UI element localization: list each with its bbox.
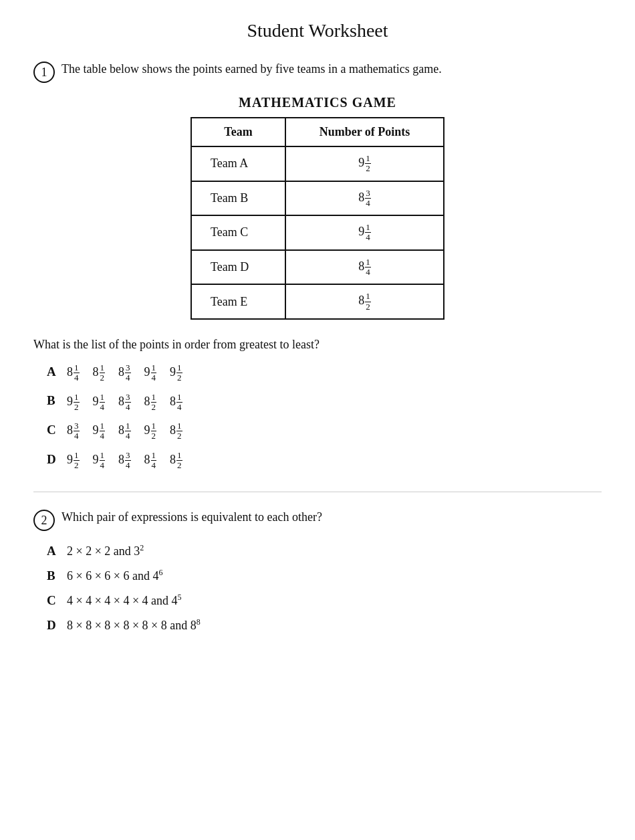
section-divider: [33, 492, 602, 492]
question-1-number: 1: [33, 62, 55, 83]
option-c-row: C 834 914 814 912 812: [47, 421, 602, 441]
table-title: MATHEMATICS GAME: [33, 95, 602, 110]
option-c-label: C: [47, 423, 61, 437]
q2-option-c-label: C: [47, 593, 61, 608]
table-row: Team E 812: [191, 284, 444, 319]
question-2: 2 Which pair of expressions is equivalen…: [33, 508, 602, 633]
sub-question-1: What is the list of the points in order …: [33, 336, 602, 354]
team-b-points: 834: [285, 181, 444, 216]
q2-option-b-label: B: [47, 568, 61, 583]
option-c-content: 834 914 814 912 812: [67, 421, 182, 441]
q2-option-d-content: 8 × 8 × 8 × 8 × 8 × 8 and 88: [67, 617, 201, 633]
table-row: Team A 912: [191, 146, 444, 181]
team-d-points: 814: [285, 250, 444, 285]
q2-option-a-row: A 2 × 2 × 2 and 32: [47, 543, 602, 558]
option-b-row: B 912 914 834 812 814: [47, 393, 602, 413]
q2-option-c-content: 4 × 4 × 4 × 4 × 4 and 45: [67, 593, 182, 608]
option-b-label: B: [47, 393, 61, 408]
option-b-content: 912 914 834 812 814: [67, 393, 182, 413]
team-a-points: 912: [285, 146, 444, 181]
question-2-number: 2: [33, 510, 55, 531]
q2-option-a-label: A: [47, 544, 61, 558]
option-a-row: A 814 812 834 914 912: [47, 363, 602, 383]
team-c-points: 914: [285, 215, 444, 250]
q2-option-d-label: D: [47, 618, 61, 633]
answer-options-q1: A 814 812 834 914 912 B 912 914 834 812 …: [47, 363, 602, 470]
team-c-name: Team C: [191, 215, 285, 250]
q2-option-b-content: 6 × 6 × 6 × 6 and 46: [67, 568, 162, 583]
col-points: Number of Points: [285, 118, 444, 146]
question-1-intro: The table below shows the points earned …: [61, 60, 442, 78]
q2-option-a-content: 2 × 2 × 2 and 32: [67, 543, 144, 558]
option-d-row: D 912 914 834 814 812: [47, 451, 602, 471]
question-1: 1 The table below shows the points earne…: [33, 60, 602, 470]
table-row: Team C 914: [191, 215, 444, 250]
q2-option-b-row: B 6 × 6 × 6 × 6 and 46: [47, 568, 602, 583]
option-d-label: D: [47, 452, 61, 467]
team-d-name: Team D: [191, 250, 285, 285]
team-b-name: Team B: [191, 181, 285, 216]
option-d-content: 912 914 834 814 812: [67, 451, 182, 471]
table-row: Team B 834: [191, 181, 444, 216]
q2-option-d-row: D 8 × 8 × 8 × 8 × 8 × 8 and 88: [47, 617, 602, 633]
option-a-label: A: [47, 364, 61, 379]
option-a-content: 814 812 834 914 912: [67, 363, 182, 383]
math-game-table: Team Number of Points Team A 912 Team B …: [190, 117, 444, 320]
answer-options-q2: A 2 × 2 × 2 and 32 B 6 × 6 × 6 × 6 and 4…: [47, 543, 602, 633]
team-e-points: 812: [285, 284, 444, 319]
col-team: Team: [191, 118, 285, 146]
team-e-name: Team E: [191, 284, 285, 319]
team-a-name: Team A: [191, 146, 285, 181]
question-2-text: Which pair of expressions is equivalent …: [61, 508, 322, 526]
page-title: Student Worksheet: [33, 20, 602, 41]
table-row: Team D 814: [191, 250, 444, 285]
q2-option-c-row: C 4 × 4 × 4 × 4 × 4 and 45: [47, 593, 602, 608]
